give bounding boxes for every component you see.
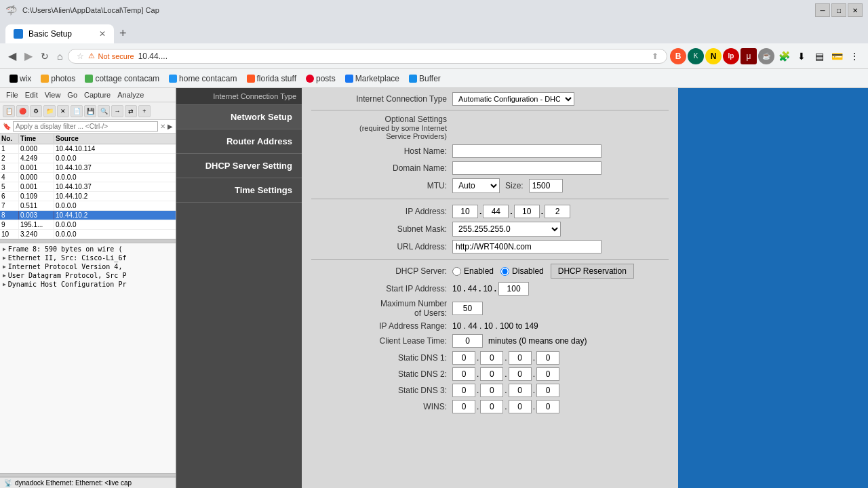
dns2-o3[interactable] <box>509 367 532 381</box>
packet-row-8[interactable]: 8 0.003 10.44.10.2 <box>0 211 176 220</box>
detail-item-2[interactable]: ▶ Ethernet II, Src: Cisco-Li_6f <box>1 253 174 262</box>
dns1-o3[interactable] <box>509 351 532 365</box>
wins-o4[interactable] <box>536 400 559 413</box>
subnet-mask-select[interactable]: 255.255.255.0 <box>452 222 561 237</box>
dns3-o1[interactable] <box>452 384 475 397</box>
mtu-size-label: Size: <box>505 181 524 190</box>
ws-toolbar-icon-9[interactable]: → <box>111 105 123 117</box>
menu-go[interactable]: Go <box>64 89 81 100</box>
detail-item-1[interactable]: ▶ Frame 8: 590 bytes on wire ( <box>1 245 174 253</box>
minimize-btn[interactable]: ─ <box>815 3 830 17</box>
extensions-icon[interactable]: 🧩 <box>776 48 792 64</box>
filter-apply-icon[interactable]: ▶ <box>167 123 173 130</box>
sidebar-icon[interactable]: ▤ <box>811 48 827 64</box>
dns2-o2[interactable] <box>480 367 503 381</box>
mtu-select[interactable]: Auto <box>452 178 500 193</box>
ws-toolbar-icon-3[interactable]: ⚙ <box>30 105 42 117</box>
dhcp-enabled-label[interactable]: Enabled <box>452 266 494 276</box>
url-address-input[interactable] <box>452 240 601 253</box>
mtu-size-input[interactable] <box>529 179 563 192</box>
domain-name-input[interactable] <box>452 161 601 175</box>
dns3-o2[interactable] <box>480 384 503 397</box>
dns1-o1[interactable] <box>452 351 475 365</box>
packet-row-3[interactable]: 3 0.001 10.44.10.37 <box>0 163 176 173</box>
max-users-input[interactable] <box>452 302 483 315</box>
close-btn[interactable]: ✕ <box>848 3 863 17</box>
filter-clear-icon[interactable]: ✕ <box>160 123 165 130</box>
bookmark-buffer[interactable]: Buffer <box>405 73 445 85</box>
detail-item-5[interactable]: ▶ Dynamic Host Configuration Pr <box>1 280 174 289</box>
ip-octet-3[interactable] <box>514 205 540 218</box>
sidebar-network-setup[interactable]: Network Setup <box>176 105 302 129</box>
sidebar-time-settings[interactable]: Time Settings <box>176 178 302 203</box>
bookmark-photos[interactable]: photos <box>37 73 79 85</box>
dhcp-disabled-radio[interactable] <box>500 267 509 276</box>
start-ip-last-input[interactable] <box>498 282 529 296</box>
wins-o1[interactable] <box>452 400 475 413</box>
packet-row-6[interactable]: 6 0.109 10.44.10.2 <box>0 192 176 201</box>
menu-file[interactable]: File <box>3 89 22 100</box>
maximize-btn[interactable]: □ <box>831 3 846 17</box>
back-button[interactable]: ◀ <box>5 47 19 65</box>
detail-item-4[interactable]: ▶ User Datagram Protocol, Src P <box>1 271 174 280</box>
detail-item-3[interactable]: ▶ Internet Protocol Version 4, <box>1 262 174 271</box>
url-address-label: URL Address: <box>311 242 447 251</box>
menu-capture[interactable]: Capture <box>81 89 114 100</box>
bookmark-wix[interactable]: wix <box>5 73 35 85</box>
forward-button[interactable]: ▶ <box>22 47 35 65</box>
host-name-input[interactable] <box>452 144 601 158</box>
client-lease-input[interactable] <box>452 334 483 348</box>
dns2-o4[interactable] <box>536 367 559 381</box>
ws-toolbar-icon-4[interactable]: 📁 <box>43 105 56 117</box>
ip-octet-2[interactable] <box>483 205 509 218</box>
bookmark-cottage-contacam[interactable]: cottage contacam <box>81 73 163 85</box>
ws-toolbar-icon-10[interactable]: ⇄ <box>125 105 137 117</box>
ws-toolbar-icon-7[interactable]: 💾 <box>84 105 96 117</box>
bookmark-home-contacam[interactable]: home contacam <box>165 73 241 85</box>
wins-o2[interactable] <box>480 400 503 413</box>
packet-row-9[interactable]: 9 195.1... 0.0.0.0 <box>0 220 176 230</box>
dns1-o2[interactable] <box>480 351 503 365</box>
dns3-o4[interactable] <box>536 384 559 397</box>
ws-toolbar-icon-8[interactable]: 🔍 <box>98 105 110 117</box>
wins-o3[interactable] <box>509 400 532 413</box>
dns1-o4[interactable] <box>536 351 559 365</box>
dns2-o1[interactable] <box>452 367 475 381</box>
new-tab-button[interactable]: + <box>114 24 132 43</box>
ws-toolbar-icon-2[interactable]: 🔴 <box>16 105 28 117</box>
ict-select[interactable]: Automatic Configuration - DHCP <box>452 92 574 106</box>
dns3-o3[interactable] <box>509 384 532 397</box>
menu-edit[interactable]: Edit <box>22 89 41 100</box>
ws-toolbar-icon-6[interactable]: 📄 <box>71 105 83 117</box>
packet-row-10[interactable]: 10 3.240 0.0.0.0 <box>0 230 176 239</box>
ws-toolbar-icon-5[interactable]: ✕ <box>57 105 69 117</box>
bookmark-florida-stuff[interactable]: florida stuff <box>243 73 300 85</box>
ws-toolbar-icon-1[interactable]: 📋 <box>3 105 15 117</box>
wallet-icon[interactable]: 💳 <box>829 48 845 64</box>
menu-analyze[interactable]: Analyze <box>114 89 147 100</box>
download-icon[interactable]: ⬇ <box>793 48 810 64</box>
ws-toolbar-icon-11[interactable]: + <box>138 105 151 117</box>
address-bar[interactable]: ☆ ⚠ Not secure 10.44.... ⬆ <box>68 49 667 64</box>
dhcp-reservation-button[interactable]: DHCP Reservation <box>551 264 634 279</box>
home-button[interactable]: ⌂ <box>54 48 65 64</box>
tab-close-icon[interactable]: ✕ <box>99 29 106 39</box>
packet-row-1[interactable]: 1 0.000 10.44.10.114 <box>0 144 176 154</box>
packet-row-4[interactable]: 4 0.000 0.0.0.0 <box>0 173 176 182</box>
packet-row-5[interactable]: 5 0.001 10.44.10.37 <box>0 182 176 192</box>
ip-octet-4[interactable] <box>545 205 570 218</box>
dhcp-disabled-label[interactable]: Disabled <box>500 266 544 276</box>
dhcp-enabled-radio[interactable] <box>452 267 461 276</box>
packet-row-2[interactable]: 2 4.249 0.0.0.0 <box>0 154 176 163</box>
filter-input[interactable] <box>13 121 158 131</box>
reload-button[interactable]: ↻ <box>38 48 52 64</box>
menu-icon[interactable]: ⋮ <box>846 48 863 64</box>
bookmark-posts[interactable]: posts <box>302 73 340 85</box>
bookmark-marketplace[interactable]: Marketplace <box>341 73 403 85</box>
packet-row-7[interactable]: 7 0.511 0.0.0.0 <box>0 201 176 211</box>
sidebar-dhcp-server[interactable]: DHCP Server Setting <box>176 154 302 178</box>
sidebar-router-address[interactable]: Router Address <box>176 129 302 154</box>
ip-octet-1[interactable] <box>452 205 478 218</box>
browser-tab[interactable]: Basic Setup ✕ <box>5 24 114 43</box>
menu-view[interactable]: View <box>41 89 64 100</box>
